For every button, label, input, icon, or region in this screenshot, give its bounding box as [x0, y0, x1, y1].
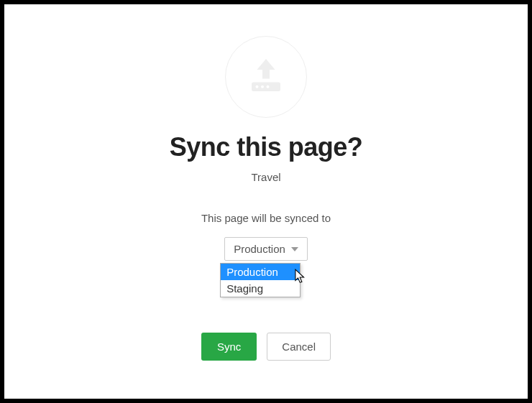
sync-button[interactable]: Sync	[201, 333, 257, 361]
environment-dropdown[interactable]: Production	[224, 237, 308, 261]
svg-point-1	[256, 85, 259, 88]
dropdown-option-production[interactable]: Production	[221, 264, 300, 280]
upload-icon-circle	[225, 36, 307, 118]
environment-dropdown-list: Production Staging	[220, 263, 301, 297]
dialog-button-row: Sync Cancel	[201, 333, 331, 361]
svg-point-3	[267, 85, 270, 88]
sync-dialog: Sync this page? Travel This page will be…	[0, 0, 532, 403]
sync-description: This page will be synced to	[201, 212, 331, 224]
dropdown-option-staging[interactable]: Staging	[221, 280, 300, 297]
chevron-down-icon	[291, 247, 298, 251]
environment-dropdown-wrapper: Production Production Staging	[224, 237, 308, 261]
dropdown-selected-label: Production	[234, 243, 285, 255]
cancel-button[interactable]: Cancel	[267, 333, 331, 361]
dialog-subtitle: Travel	[251, 171, 280, 183]
upload-icon	[244, 55, 288, 98]
dialog-title: Sync this page?	[170, 132, 363, 162]
svg-point-2	[261, 85, 264, 88]
